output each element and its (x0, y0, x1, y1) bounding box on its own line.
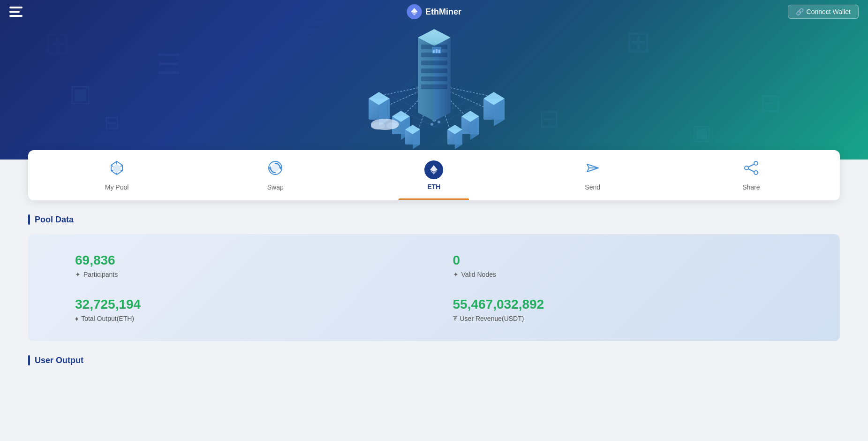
tab-send-label: Send (585, 183, 600, 191)
svg-marker-73 (430, 165, 438, 172)
connect-wallet-label: Connect Wallet (807, 8, 851, 15)
svg-point-78 (745, 166, 748, 170)
nav-tabs: My Pool Swap (38, 150, 830, 200)
user-output-title-text: User Output (35, 356, 83, 365)
user-output-section-title: User Output (28, 355, 840, 365)
participants-label: ✦ Participants (75, 271, 415, 278)
pool-data-title-text: Pool Data (35, 215, 74, 225)
hero-banner: ⊞ ▣ ⊟ ☰ ⊞ ⊟ ▣ ⊞ ☰ ⊟ (0, 0, 868, 160)
section-title-bar (28, 214, 30, 225)
svg-rect-55 (421, 76, 447, 81)
share-icon (743, 160, 760, 180)
tab-share-label: Share (742, 183, 760, 191)
total-output-label-text: Total Output(ETH) (81, 315, 134, 322)
bg-icon-3: ⊟ (104, 112, 120, 133)
hamburger-menu[interactable] (9, 7, 23, 17)
svg-line-80 (748, 164, 754, 167)
app-logo: EthMiner (407, 4, 461, 19)
tab-swap[interactable]: Swap (240, 150, 310, 200)
send-icon (584, 160, 601, 180)
server-illustration (345, 23, 523, 155)
svg-rect-54 (421, 68, 447, 73)
bg-icon-8: ⊞ (626, 24, 651, 59)
bg-icon-1: ⊞ (44, 24, 71, 62)
bg-icon-10: ⊟ (538, 104, 560, 134)
nav-tabs-container: My Pool Swap (28, 150, 840, 200)
svg-point-77 (754, 161, 758, 165)
tab-eth[interactable]: ETH (399, 151, 469, 200)
bg-icon-6: ⊟ (760, 88, 781, 118)
app-title: EthMiner (425, 7, 461, 17)
svg-point-70 (272, 164, 279, 172)
participants-label-text: Participants (83, 271, 118, 278)
pool-data-card: 69,836 ✦ Participants 0 ✦ Valid Nodes 32… (28, 234, 840, 341)
bg-icon-2: ▣ (69, 80, 91, 107)
valid-nodes-label-text: Valid Nodes (461, 271, 496, 278)
user-revenue-label: ₮ User Revenue(USDT) (453, 315, 793, 322)
eth-small-icon: ♦ (75, 315, 78, 322)
valid-nodes-label: ✦ Valid Nodes (453, 271, 793, 278)
my-pool-icon (108, 160, 125, 180)
svg-point-42 (430, 123, 433, 126)
svg-point-45 (371, 122, 385, 129)
user-output-section: User Output (28, 355, 840, 365)
server-illustration-svg (345, 23, 523, 155)
active-tab-indicator (399, 198, 469, 200)
tab-my-pool[interactable]: My Pool (82, 150, 152, 200)
swap-icon (267, 160, 284, 180)
ethereum-logo-svg (410, 8, 418, 16)
tab-share[interactable]: Share (716, 150, 786, 200)
svg-point-43 (438, 121, 440, 123)
total-output-label: ♦ Total Output(ETH) (75, 315, 415, 322)
svg-line-67 (111, 170, 113, 171)
svg-point-79 (754, 171, 758, 175)
usdt-icon: ₮ (453, 315, 457, 322)
main-content: Pool Data 69,836 ✦ Participants 0 ✦ Vali… (0, 200, 868, 389)
participants-value: 69,836 (75, 253, 415, 268)
bg-icon-7: ▣ (692, 120, 712, 144)
eth-logo-circle (407, 4, 422, 19)
connect-wallet-button[interactable]: 🔗 Connect Wallet (788, 5, 859, 19)
link-icon: 🔗 (796, 8, 804, 15)
app-header: EthMiner 🔗 Connect Wallet (0, 0, 868, 23)
participants-icon: ✦ (75, 271, 81, 278)
stat-valid-nodes: 0 ✦ Valid Nodes (434, 248, 812, 283)
tab-swap-label: Swap (267, 183, 284, 191)
tab-my-pool-label: My Pool (105, 183, 129, 191)
tab-eth-label: ETH (427, 183, 440, 190)
bg-icon-5: ⊞ (793, 32, 824, 76)
tab-send[interactable]: Send (558, 150, 628, 200)
svg-line-81 (748, 169, 754, 172)
bg-icon-4: ☰ (156, 48, 181, 81)
valid-nodes-icon: ✦ (453, 271, 459, 278)
user-revenue-label-text: User Revenue(USDT) (460, 315, 524, 322)
svg-line-65 (121, 170, 122, 171)
svg-rect-53 (421, 61, 447, 65)
pool-data-section-title: Pool Data (28, 214, 840, 225)
user-output-title-bar (28, 355, 30, 365)
svg-marker-62 (113, 164, 121, 173)
valid-nodes-value: 0 (453, 253, 793, 268)
total-output-value: 32,725,194 (75, 297, 415, 312)
svg-rect-58 (433, 50, 435, 53)
stat-user-revenue: 55,467,032,892 ₮ User Revenue(USDT) (434, 292, 812, 327)
svg-rect-60 (438, 50, 440, 53)
svg-rect-1 (9, 11, 20, 13)
svg-rect-0 (9, 7, 23, 8)
svg-marker-3 (411, 8, 417, 13)
user-revenue-value: 55,467,032,892 (453, 297, 793, 312)
svg-rect-59 (436, 49, 438, 53)
eth-tab-icon (424, 160, 443, 179)
stat-total-output: 32,725,194 ♦ Total Output(ETH) (56, 292, 434, 327)
svg-rect-56 (421, 84, 447, 89)
svg-point-46 (386, 122, 398, 129)
svg-rect-2 (9, 15, 23, 17)
stat-participants: 69,836 ✦ Participants (56, 248, 434, 283)
menu-icon (9, 7, 23, 17)
